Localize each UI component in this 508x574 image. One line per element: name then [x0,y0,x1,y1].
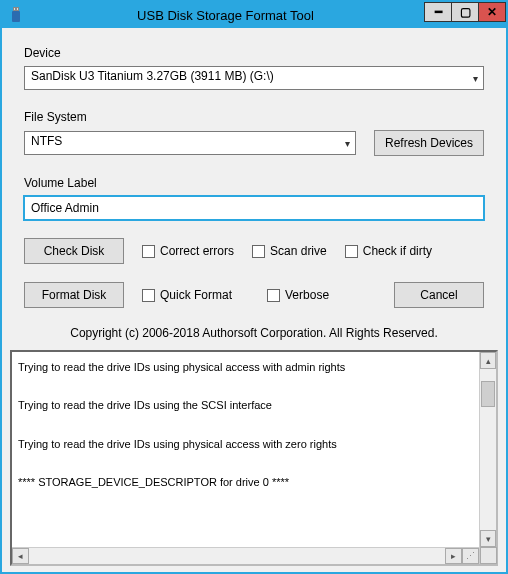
scroll-corner [480,547,497,564]
checkbox-box [252,245,265,258]
svg-rect-1 [12,11,20,22]
check-disk-button[interactable]: Check Disk [24,238,124,264]
verbose-label: Verbose [285,288,329,302]
quick-format-checkbox[interactable]: Quick Format [142,288,232,302]
checkbox-box [267,289,280,302]
check-disk-row: Check Disk Correct errors Scan drive Che… [24,238,484,264]
checkbox-box [345,245,358,258]
client-area: Device SanDisk U3 Titanium 3.27GB (3911 … [2,28,506,572]
volume-label-input[interactable] [24,196,484,220]
vscroll-track[interactable] [480,369,496,530]
close-button[interactable]: ✕ [478,2,506,22]
window-controls: ━ ▢ ✕ [425,2,506,24]
check-disk-label: Check Disk [44,244,105,258]
device-selected-value: SanDisk U3 Titanium 3.27GB (3911 MB) (G:… [31,69,274,83]
format-disk-row: Format Disk Quick Format Verbose Cancel [24,282,484,308]
resize-grip-icon[interactable]: ⋰ [462,548,479,564]
scroll-down-icon[interactable]: ▾ [480,530,496,547]
scan-drive-label: Scan drive [270,244,327,258]
cancel-button[interactable]: Cancel [394,282,484,308]
scroll-up-icon[interactable]: ▴ [480,352,496,369]
log-line: **** STORAGE_DEVICE_DESCRIPTOR for drive… [18,475,473,489]
correct-errors-label: Correct errors [160,244,234,258]
maximize-button[interactable]: ▢ [451,2,479,22]
minimize-button[interactable]: ━ [424,2,452,22]
vscroll-thumb[interactable] [481,381,495,407]
format-disk-label: Format Disk [42,288,107,302]
quick-format-label: Quick Format [160,288,232,302]
vertical-scrollbar[interactable]: ▴ ▾ [479,352,496,564]
usb-drive-icon [6,5,26,25]
verbose-checkbox[interactable]: Verbose [267,288,329,302]
horizontal-scrollbar[interactable]: ◂ ▸ ⋰ [12,547,479,564]
log-line: Trying to read the drive IDs using physi… [18,437,473,451]
scroll-left-icon[interactable]: ◂ [12,548,29,564]
copyright-text: Copyright (c) 2006-2018 Authorsoft Corpo… [24,326,484,340]
scan-drive-checkbox[interactable]: Scan drive [252,244,327,258]
app-window: USB Disk Storage Format Tool ━ ▢ ✕ Devic… [0,0,508,574]
file-system-selected-value: NTFS [31,134,62,148]
svg-rect-2 [14,8,15,10]
svg-rect-0 [13,7,19,11]
checkbox-box [142,289,155,302]
device-select[interactable]: SanDisk U3 Titanium 3.27GB (3911 MB) (G:… [24,66,484,90]
refresh-devices-button[interactable]: Refresh Devices [374,130,484,156]
checkbox-box [142,245,155,258]
refresh-devices-label: Refresh Devices [385,136,473,150]
scroll-right-icon[interactable]: ▸ [445,548,462,564]
cancel-label: Cancel [420,288,457,302]
hscroll-track[interactable] [29,548,445,564]
log-output: Trying to read the drive IDs using physi… [10,350,498,566]
log-line: Trying to read the drive IDs using physi… [18,360,473,374]
device-label: Device [24,46,484,60]
svg-rect-3 [17,8,18,10]
window-title: USB Disk Storage Format Tool [26,8,425,23]
volume-label-label: Volume Label [24,176,484,190]
titlebar: USB Disk Storage Format Tool ━ ▢ ✕ [2,2,506,28]
check-if-dirty-label: Check if dirty [363,244,432,258]
file-system-select[interactable]: NTFS [24,131,356,155]
log-line: Trying to read the drive IDs using the S… [18,398,473,412]
format-disk-button[interactable]: Format Disk [24,282,124,308]
log-content[interactable]: Trying to read the drive IDs using physi… [12,352,479,547]
file-system-label: File System [24,110,484,124]
correct-errors-checkbox[interactable]: Correct errors [142,244,234,258]
check-if-dirty-checkbox[interactable]: Check if dirty [345,244,432,258]
